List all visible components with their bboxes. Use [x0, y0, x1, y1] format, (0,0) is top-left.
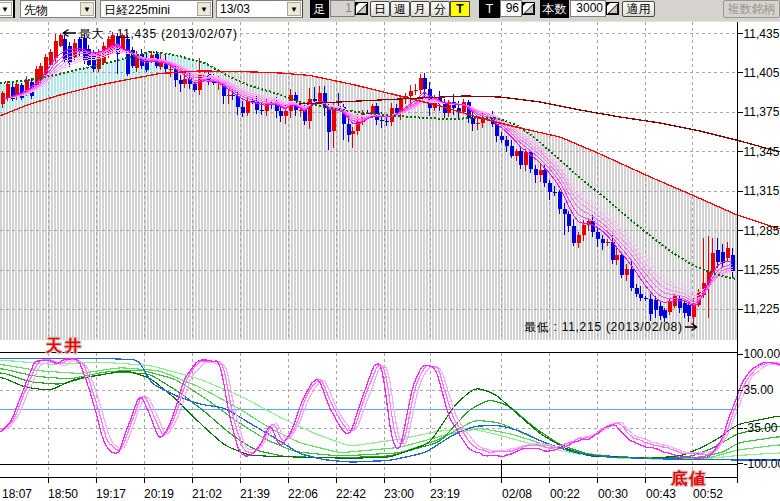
svg-text:最低 : 11,215 (2013/02/08): 最低 : 11,215 (2013/02/08): [524, 320, 682, 334]
svg-text:00:52: 00:52: [693, 487, 723, 501]
svg-text:02/08: 02/08: [502, 487, 532, 501]
svg-text:00:22: 00:22: [550, 487, 580, 501]
svg-text:最大 : 11,435 (2013/02/07): 最大 : 11,435 (2013/02/07): [79, 27, 237, 41]
svg-text:11,375: 11,375: [744, 105, 780, 119]
svg-text:21:02: 21:02: [192, 487, 222, 501]
svg-text:21:39: 21:39: [240, 487, 270, 501]
svg-text:00:43: 00:43: [646, 487, 676, 501]
svg-text:23:19: 23:19: [430, 487, 460, 501]
svg-text:11,435: 11,435: [744, 27, 780, 41]
svg-text:22:42: 22:42: [336, 487, 366, 501]
svg-text:22:06: 22:06: [288, 487, 318, 501]
svg-text:00:30: 00:30: [598, 487, 628, 501]
svg-text:底値: 底値: [670, 469, 708, 487]
svg-text:11,255: 11,255: [744, 263, 780, 277]
svg-text:11,345: 11,345: [744, 145, 780, 159]
svg-text:11,315: 11,315: [744, 184, 780, 198]
svg-text:18:50: 18:50: [48, 487, 78, 501]
svg-text:11,405: 11,405: [744, 66, 780, 80]
svg-text:20:19: 20:19: [144, 487, 174, 501]
svg-text:-100.00: -100.00: [744, 457, 780, 471]
svg-text:23:00: 23:00: [384, 487, 414, 501]
svg-text:35.00: 35.00: [744, 383, 774, 397]
svg-text:19:17: 19:17: [96, 487, 126, 501]
svg-text:11,285: 11,285: [744, 224, 780, 238]
svg-text:11,225: 11,225: [744, 302, 780, 316]
svg-text:100.00: 100.00: [744, 347, 780, 361]
svg-text:18:07: 18:07: [2, 487, 32, 501]
svg-text:天井: 天井: [45, 337, 84, 354]
svg-text:-35.00: -35.00: [744, 421, 778, 435]
